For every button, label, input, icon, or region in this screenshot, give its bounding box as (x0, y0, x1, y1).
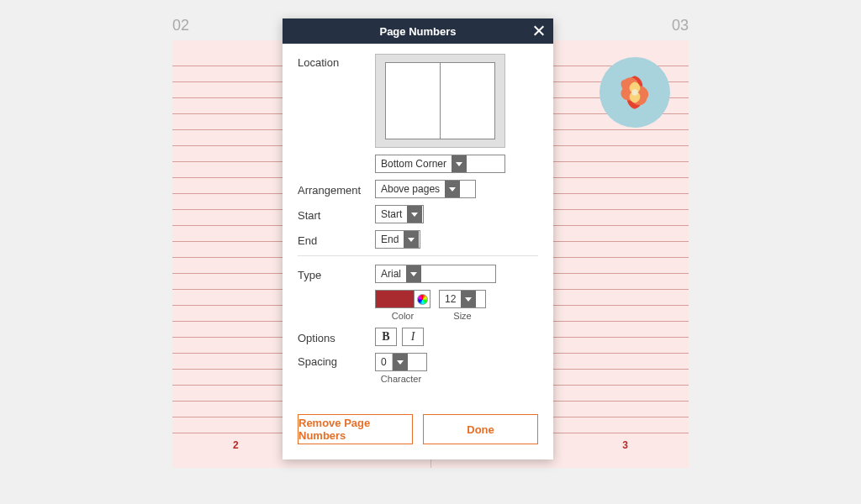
page-header-right: 03 (672, 17, 689, 34)
type-select[interactable]: Arial (375, 265, 496, 283)
color-wheel-icon (415, 294, 430, 305)
character-sublabel: Character (375, 374, 427, 384)
chevron-down-icon (406, 265, 421, 282)
close-icon[interactable] (531, 24, 547, 39)
type-value: Arial (376, 265, 406, 282)
arrangement-label: Arrangement (298, 181, 375, 197)
preview-page-left (385, 62, 440, 139)
arrangement-select[interactable]: Above pages (375, 180, 476, 198)
page-numbers-dialog: Page Numbers Location Bottom Corner Arra… (283, 18, 553, 459)
preview-page-right (440, 62, 495, 139)
type-label: Type (298, 266, 375, 281)
italic-button[interactable]: I (402, 328, 424, 346)
size-sublabel: Size (453, 311, 471, 321)
dialog-title: Page Numbers (283, 25, 553, 38)
end-value: End (376, 231, 404, 248)
bold-button[interactable]: B (375, 328, 397, 346)
color-swatch (376, 291, 415, 307)
color-picker[interactable] (375, 290, 430, 308)
page-number-left: 2 (233, 439, 239, 451)
spacing-value: 0 (376, 354, 393, 370)
dialog-titlebar: Page Numbers (283, 18, 553, 44)
size-select[interactable]: 12 (439, 290, 486, 308)
size-value: 12 (440, 291, 461, 307)
chevron-down-icon (452, 155, 467, 172)
remove-page-numbers-button[interactable]: Remove Page Numbers (298, 414, 413, 444)
chevron-down-icon (407, 206, 422, 223)
flower-sticker[interactable] (600, 57, 670, 128)
done-button[interactable]: Done (423, 414, 538, 444)
divider (298, 255, 538, 256)
location-select[interactable]: Bottom Corner (375, 155, 505, 173)
chevron-down-icon (445, 181, 460, 197)
start-label: Start (298, 207, 375, 222)
color-sublabel: Color (392, 311, 414, 321)
chevron-down-icon (404, 231, 419, 248)
color-size-spacer (298, 290, 375, 292)
location-preview[interactable] (375, 54, 505, 148)
start-value: Start (376, 206, 407, 223)
spacing-select[interactable]: 0 (375, 353, 427, 371)
options-label: Options (298, 329, 375, 344)
page-number-right: 3 (622, 439, 628, 451)
arrangement-value: Above pages (376, 181, 445, 197)
location-value: Bottom Corner (376, 155, 452, 172)
svg-point-0 (631, 89, 637, 95)
end-select[interactable]: End (375, 230, 420, 249)
spacing-label: Spacing (298, 353, 375, 368)
chevron-down-icon (461, 291, 476, 307)
end-label: End (298, 232, 375, 247)
chevron-down-icon (393, 354, 408, 370)
page-header-left: 02 (172, 17, 189, 34)
location-label: Location (298, 54, 375, 69)
flower-icon (609, 66, 661, 118)
start-select[interactable]: Start (375, 205, 424, 223)
